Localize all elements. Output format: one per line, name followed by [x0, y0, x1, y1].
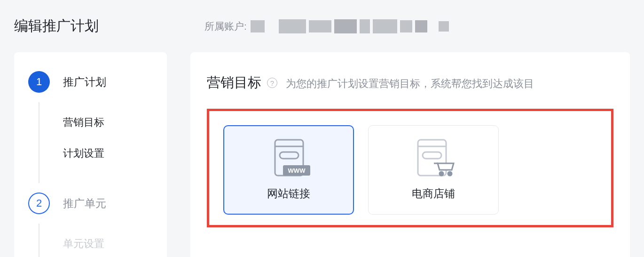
step-1-number: 1	[28, 71, 50, 93]
account-value-redacted	[251, 19, 449, 33]
section-description: 为您的推广计划设置营销目标，系统帮您找到达成该目	[286, 77, 534, 91]
step-1[interactable]: 1 推广计划	[28, 71, 153, 93]
section-title: 营销目标	[207, 73, 261, 92]
sub-item-marketing-goal[interactable]: 营销目标	[63, 107, 153, 138]
svg-rect-7	[423, 152, 441, 159]
website-icon: WWW	[265, 139, 312, 177]
svg-rect-2	[280, 152, 298, 159]
account-label: 所属账户:	[204, 20, 247, 33]
account-info: 所属账户:	[204, 19, 449, 33]
step-1-label: 推广计划	[63, 75, 106, 89]
help-icon[interactable]: ?	[267, 78, 277, 88]
content-panel: 营销目标 ? 为您的推广计划设置营销目标，系统帮您找到达成该目 WWW 网站链接	[190, 52, 630, 257]
option-ecommerce-store[interactable]: 电商店铺	[368, 125, 499, 215]
ecommerce-icon	[410, 139, 457, 177]
step-2-label: 推广单元	[63, 196, 106, 211]
option-website-label: 网站链接	[267, 186, 310, 201]
svg-point-9	[440, 172, 443, 176]
steps-sidebar: 1 推广计划 营销目标 计划设置 2 推广单元 单元设置	[14, 52, 167, 257]
marketing-goal-options-highlight: WWW 网站链接	[207, 109, 613, 227]
option-website-link[interactable]: WWW 网站链接	[223, 125, 354, 215]
svg-point-10	[448, 172, 452, 176]
step-2[interactable]: 2 推广单元	[28, 193, 153, 214]
svg-text:WWW: WWW	[288, 167, 306, 174]
step-2-number: 2	[28, 193, 50, 214]
sub-item-unit-settings[interactable]: 单元设置	[63, 228, 153, 257]
option-ecommerce-label: 电商店铺	[412, 186, 455, 201]
page-title: 编辑推广计划	[14, 16, 99, 36]
sub-item-plan-settings[interactable]: 计划设置	[63, 138, 153, 169]
